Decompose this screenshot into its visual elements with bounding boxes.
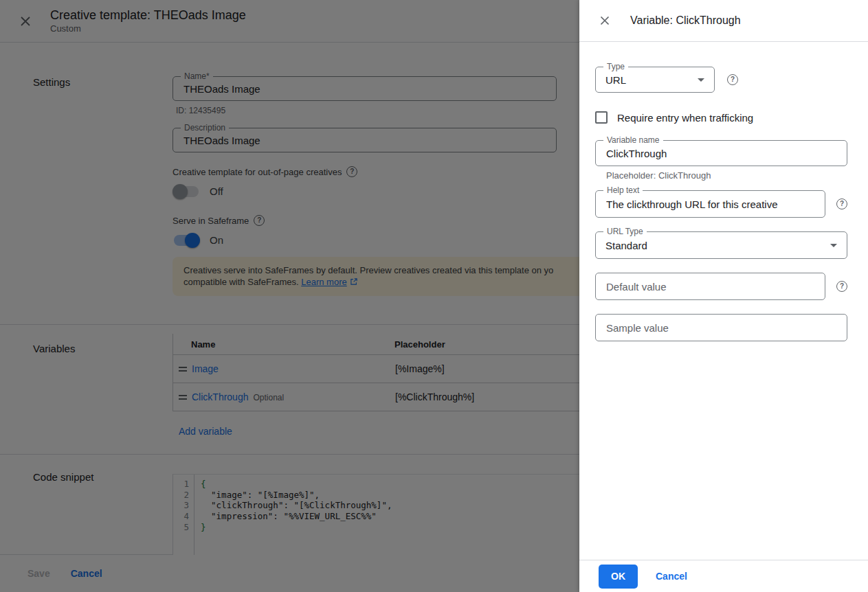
type-select-label: Type <box>603 62 628 71</box>
default-value-field <box>595 273 825 300</box>
variable-name-label: Variable name <box>603 136 663 145</box>
help-text-label: Help text <box>603 186 643 195</box>
panel-body: Type URL ? Require entry when traffickin… <box>579 42 868 560</box>
require-entry-label: Require entry when trafficking <box>617 112 753 124</box>
require-entry-row: Require entry when trafficking <box>595 111 847 124</box>
app-window: Creative template: THEOads Image Custom … <box>0 0 868 592</box>
type-select[interactable]: Type URL <box>595 67 715 93</box>
url-type-value: Standard <box>605 240 647 251</box>
ok-button[interactable]: OK <box>599 565 638 589</box>
sample-value-input[interactable] <box>596 315 847 341</box>
placeholder-helper: Placeholder: ClickThrough <box>595 170 847 181</box>
variable-edit-panel: Variable: ClickThrough Type URL ? Requir… <box>579 0 868 592</box>
default-value-input[interactable] <box>596 273 825 299</box>
help-icon[interactable]: ? <box>836 198 847 209</box>
require-entry-checkbox[interactable] <box>595 111 608 124</box>
type-select-value: URL <box>605 74 626 86</box>
close-icon <box>599 14 611 27</box>
url-type-select[interactable]: URL Type Standard <box>595 231 847 259</box>
help-icon[interactable]: ? <box>727 74 738 85</box>
panel-header: Variable: ClickThrough <box>579 0 868 42</box>
dropdown-arrow-icon <box>698 78 704 82</box>
panel-cancel-button[interactable]: Cancel <box>656 571 687 582</box>
help-icon[interactable]: ? <box>836 281 847 292</box>
panel-action-bar: OK Cancel <box>579 560 868 592</box>
panel-close-button[interactable] <box>597 13 612 28</box>
url-type-label: URL Type <box>603 227 647 236</box>
panel-title: Variable: ClickThrough <box>630 14 741 27</box>
help-text-field: Help text <box>595 190 825 218</box>
variable-name-field: Variable name <box>595 140 847 166</box>
sample-value-field <box>595 314 847 341</box>
dropdown-arrow-icon <box>830 244 837 247</box>
